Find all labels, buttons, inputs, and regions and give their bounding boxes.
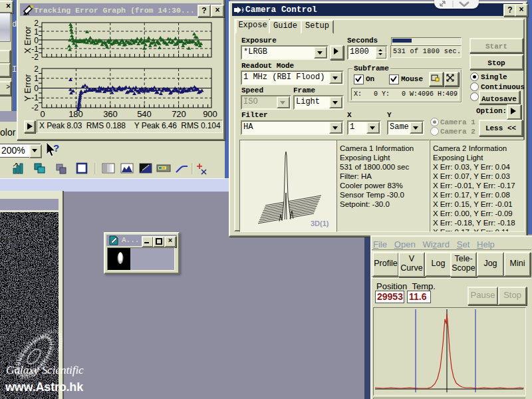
svg-text:1: 1 [34, 27, 39, 37]
svg-text:900: 900 [203, 109, 217, 118]
svg-text:X Error: X Error [23, 26, 33, 54]
svg-text:720: 720 [172, 109, 186, 118]
svg-text:2: 2 [34, 65, 39, 74]
svg-text:0: 0 [40, 109, 45, 118]
svg-text:360: 360 [103, 109, 118, 118]
svg-text:540: 540 [137, 109, 152, 118]
svg-text:2: 2 [34, 19, 39, 28]
svg-text:3D(1): 3D(1) [311, 219, 329, 227]
svg-text:Y Error: Y Error [23, 74, 33, 102]
svg-text:0: 0 [34, 84, 39, 93]
svg-text:0: 0 [34, 36, 39, 45]
svg-text:?: ? [53, 142, 59, 154]
svg-text:1: 1 [34, 74, 39, 83]
svg-text:180: 180 [68, 109, 83, 118]
svg-text:-2: -2 [31, 103, 39, 112]
